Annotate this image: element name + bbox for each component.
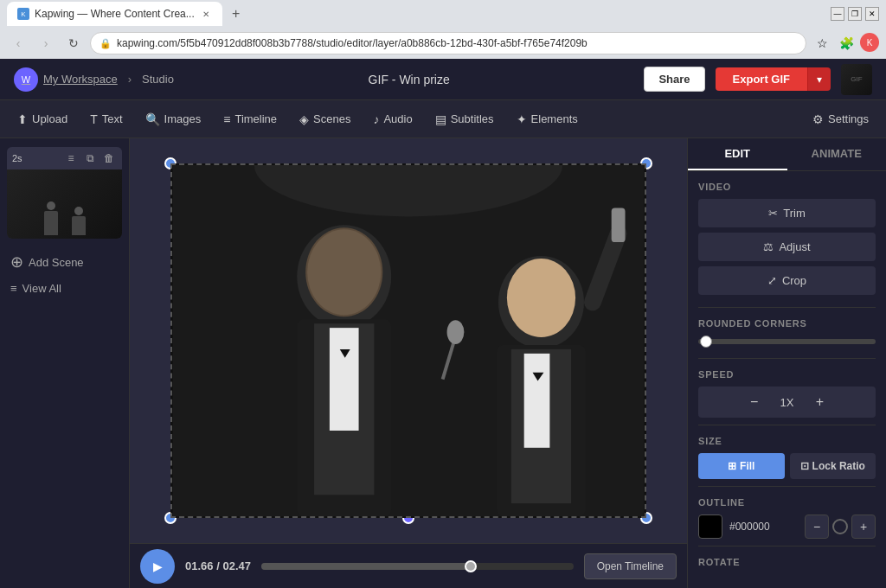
crop-button[interactable]: ⤢ Crop <box>698 266 876 295</box>
crop-icon: ⤢ <box>767 274 777 287</box>
svg-point-13 <box>507 259 575 337</box>
window-controls: — ❐ ✕ <box>831 7 879 21</box>
url-bar[interactable]: 🔒 kapwing.com/5f5b470912dd8f008b3b7788/s… <box>90 32 806 54</box>
upload-icon: ⬆ <box>17 112 28 126</box>
new-tab-button[interactable]: + <box>226 3 247 24</box>
export-dropdown-button[interactable]: ▾ <box>807 67 831 91</box>
size-section: SIZE ⊞ Fill ⊡ Lock Ratio <box>688 425 886 486</box>
open-timeline-button[interactable]: Open Timeline <box>584 553 677 579</box>
export-gif-button[interactable]: Export GIF <box>716 67 807 91</box>
upload-label: Upload <box>32 112 67 125</box>
trim-icon: ✂ <box>768 207 778 220</box>
audio-button[interactable]: ♪ Audio <box>363 107 422 131</box>
scene-actions: ≡ ⧉ 🗑 <box>63 150 117 166</box>
tab-animate[interactable]: ANIMATE <box>787 138 887 170</box>
images-label: Images <box>164 112 202 125</box>
speed-increase-button[interactable]: + <box>804 387 835 418</box>
close-button[interactable]: ✕ <box>865 7 879 21</box>
audio-label: Audio <box>383 112 412 125</box>
share-button[interactable]: Share <box>644 67 704 92</box>
timeline-button[interactable]: ≡ Timeline <box>213 107 287 131</box>
url-text: kapwing.com/5f5b470912dd8f008b3b7788/stu… <box>117 37 587 49</box>
outline-section: OUTLINE #000000 − + <box>688 487 886 546</box>
speed-control: − 1X + <box>698 387 876 418</box>
person-1-head <box>47 201 55 210</box>
tab-title: Kapwing — Where Content Crea... <box>35 8 195 20</box>
bookmark-icon[interactable]: ☆ <box>812 33 832 54</box>
view-all-button[interactable]: ≡ View All <box>7 277 122 300</box>
play-button[interactable]: ▶ <box>140 549 175 584</box>
project-title: GIF - Win prize <box>184 73 633 86</box>
person-2-silhouette <box>68 207 89 235</box>
text-label: Text <box>102 112 123 125</box>
images-button[interactable]: 🔍 Images <box>135 107 212 131</box>
fill-label: Fill <box>740 460 754 472</box>
adjust-button[interactable]: ⚖ Adjust <box>698 233 876 261</box>
lock-ratio-button[interactable]: ⊡ Lock Ratio <box>790 453 876 479</box>
browser-icons: ☆ 🧩 K <box>812 33 879 54</box>
canvas-area <box>130 138 687 543</box>
fill-button[interactable]: ⊞ Fill <box>698 453 785 479</box>
person-2-head <box>74 207 83 215</box>
settings-button[interactable]: ⚙ Settings <box>802 107 879 131</box>
view-all-label: View All <box>22 282 61 295</box>
scene-duplicate-button[interactable]: ⧉ <box>82 150 98 166</box>
scenes-label: Scenes <box>313 112 350 125</box>
total-time: 02.47 <box>222 559 251 572</box>
studio-label: Studio <box>142 73 174 86</box>
canvas-container[interactable] <box>170 163 646 518</box>
outline-label: OUTLINE <box>698 497 876 508</box>
scene-menu-button[interactable]: ≡ <box>63 150 79 166</box>
size-label: SIZE <box>698 436 876 446</box>
add-scene-button[interactable]: ⊕ Add Scene <box>7 247 122 277</box>
scene-card: 2s ≡ ⧉ 🗑 <box>7 147 122 239</box>
elements-button[interactable]: ✦ Elements <box>506 107 588 131</box>
speed-decrease-button[interactable]: − <box>739 387 770 418</box>
rounded-corners-section: ROUNDED CORNERS <box>688 308 886 358</box>
outline-increase-button[interactable]: + <box>851 514 876 539</box>
trim-button[interactable]: ✂ Trim <box>698 199 876 227</box>
scene-people-preview <box>41 169 89 239</box>
outline-color-label: #000000 <box>729 521 770 533</box>
subtitles-icon: ▤ <box>435 112 446 126</box>
svg-point-7 <box>307 229 381 315</box>
browser-tab[interactable]: K Kapwing — Where Content Crea... ✕ <box>7 2 222 26</box>
scenes-button[interactable]: ◈ Scenes <box>289 107 361 131</box>
profile-icon[interactable]: K <box>860 33 879 52</box>
person-1-body <box>44 211 58 235</box>
video-canvas[interactable] <box>170 163 646 518</box>
rounded-corners-slider[interactable] <box>698 339 876 344</box>
timeline-scrubber[interactable] <box>465 560 477 572</box>
subtitles-button[interactable]: ▤ Subtitles <box>425 107 504 131</box>
refresh-button[interactable]: ↻ <box>62 32 85 54</box>
upload-button[interactable]: ⬆ Upload <box>7 107 78 131</box>
tab-close-button[interactable]: ✕ <box>200 8 212 20</box>
extensions-icon[interactable]: 🧩 <box>836 33 857 54</box>
lock-ratio-icon: ⊡ <box>800 460 809 472</box>
back-button[interactable]: ‹ <box>7 32 29 54</box>
svg-rect-4 <box>330 328 359 431</box>
text-icon: T <box>90 112 98 126</box>
scene-delete-button[interactable]: 🗑 <box>101 150 117 166</box>
address-bar: ‹ › ↻ 🔒 kapwing.com/5f5b470912dd8f008b3b… <box>0 28 886 59</box>
app-header: W My Workspace › Studio GIF - Win prize … <box>0 59 886 100</box>
forward-button[interactable]: › <box>35 32 57 54</box>
text-button[interactable]: T Text <box>80 107 132 131</box>
workspace-avatar: W <box>14 67 38 92</box>
scene-duration: 2s <box>12 153 22 163</box>
fill-icon: ⊞ <box>728 460 736 472</box>
add-scene-plus-icon: ⊕ <box>10 252 23 272</box>
time-display: 01.66 / 02.47 <box>185 559 251 572</box>
ssl-lock-icon: 🔒 <box>100 38 112 49</box>
app: W My Workspace › Studio GIF - Win prize … <box>0 59 886 588</box>
minimize-button[interactable]: — <box>831 7 844 21</box>
rotate-label: ROTATE <box>698 557 876 567</box>
workspace-link[interactable]: W My Workspace <box>14 67 118 92</box>
outline-decrease-button[interactable]: − <box>805 514 829 539</box>
outline-color-swatch[interactable] <box>698 514 722 539</box>
maximize-button[interactable]: ❐ <box>848 7 862 21</box>
rounded-corners-thumb[interactable] <box>700 336 712 348</box>
tab-edit[interactable]: EDIT <box>688 138 787 170</box>
timeline-track[interactable] <box>261 563 574 570</box>
svg-point-17 <box>447 320 465 344</box>
